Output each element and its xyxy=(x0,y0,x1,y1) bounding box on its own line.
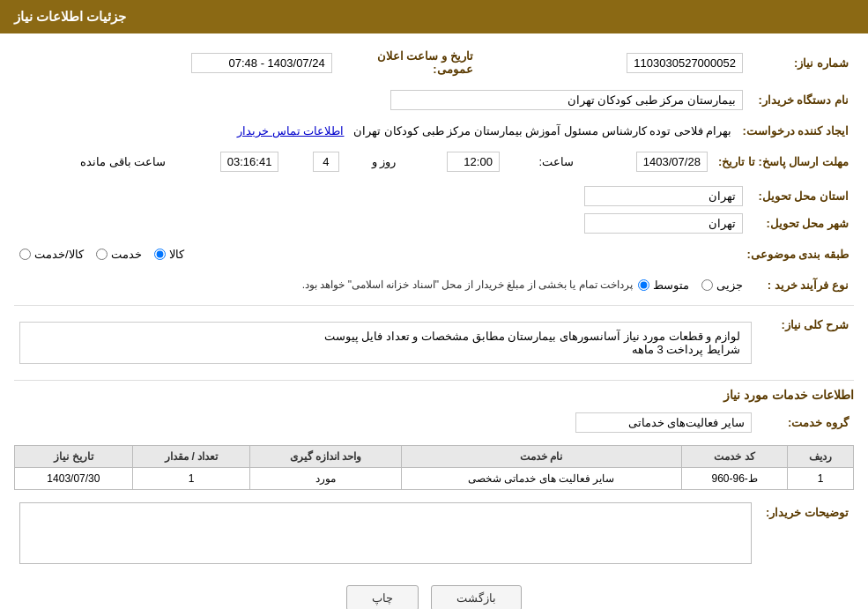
tabaqe-option-kala[interactable]: کالا xyxy=(154,248,184,261)
tabaqe-kala-label: کالا xyxy=(169,248,184,261)
shomara-value-cell: 1103030527000052 xyxy=(479,46,748,79)
info-table-goroh: گروه خدمت: سایر فعالیت‌های خدماتی xyxy=(14,409,854,436)
info-table-ijad: ایجاد کننده درخواست: بهرام فلاحی توده کا… xyxy=(14,121,854,141)
nooe-note: پرداخت تمام یا بخشی از مبلغ خریدار از مح… xyxy=(302,275,633,294)
col-nam: نام خدمت xyxy=(401,446,681,468)
nooe-cell: متوسط جزیی پرداخت تمام یا بخشی از مبلغ خ… xyxy=(14,271,748,298)
mohlat-remaining: 03:16:41 xyxy=(220,152,279,172)
nooe-radio-group: متوسط جزیی xyxy=(638,279,743,292)
nooe-label: نوع فرآیند خرید : xyxy=(748,271,854,298)
info-table-dastgah: نام دستگاه خریدار: بیمارستان مرکز طبی کو… xyxy=(14,86,854,114)
divider-1 xyxy=(14,305,854,306)
sharh-box: لوازم و قطعات مورد نیاز آسانسورهای بیمار… xyxy=(19,322,752,364)
dastgah-value: بیمارستان مرکز طبی کودکان تهران xyxy=(390,90,743,110)
col-kod: کد خدمت xyxy=(681,446,787,468)
shahr-label: شهر محل تحویل: xyxy=(748,210,854,237)
tozihat-label-cell: توضیحات خریدار: xyxy=(757,499,854,571)
mohlat-date: 1403/07/28 xyxy=(636,152,708,172)
mohlat-saat-label: ساعت: xyxy=(505,148,579,175)
info-table-top: شماره نیاز: 1103030527000052 تاریخ و ساع… xyxy=(14,46,854,79)
cell-radif: 1 xyxy=(788,468,854,490)
nooe-motavasset-radio[interactable] xyxy=(638,279,649,291)
sharh-value-cell: لوازم و قطعات مورد نیاز آسانسورهای بیمار… xyxy=(14,313,757,373)
shomara-value: 1103030527000052 xyxy=(627,53,743,73)
tozihat-label: توضیحات خریدار: xyxy=(766,506,849,519)
tozihat-value-cell xyxy=(14,499,757,571)
cell-vahed: مورد xyxy=(250,468,401,490)
sharh-label-cell: شرح کلی نیاز: xyxy=(757,313,854,373)
sharh-label: شرح کلی نیاز: xyxy=(781,318,849,331)
info-table-ostan: استان محل تحویل: تهران شهر محل تحویل: ته… xyxy=(14,182,854,237)
mohlat-saat-cell: 12:00 xyxy=(401,148,504,175)
mohlat-rooz-value: 4 xyxy=(313,152,339,172)
ijad-value-cell: بهرام فلاحی توده کارشناس مسئول آموزش بیم… xyxy=(14,121,737,141)
cell-nam: سایر فعالیت های خدماتی شخصی xyxy=(401,468,681,490)
tabaqe-kala-khadamat-label: کالا/خدمت xyxy=(34,248,84,261)
services-table: ردیف کد خدمت نام خدمت واحد اندازه گیری ت… xyxy=(14,445,854,490)
goroh-value: سایر فعالیت‌های خدماتی xyxy=(575,412,752,433)
col-vahed: واحد اندازه گیری xyxy=(250,446,401,468)
mohlat-saat: 12:00 xyxy=(447,152,500,172)
page-header: جزئیات اطلاعات نیاز xyxy=(0,0,868,33)
khadamat-section-title: اطلاعات خدمات مورد نیاز xyxy=(14,388,854,402)
ostan-value-cell: تهران xyxy=(14,182,748,210)
button-group: بازگشت چاپ xyxy=(14,585,854,609)
content-area: شماره نیاز: 1103030527000052 تاریخ و ساع… xyxy=(0,33,868,609)
info-table-nooe: نوع فرآیند خرید : متوسط جزیی xyxy=(14,271,854,298)
ostan-value: تهران xyxy=(584,186,743,206)
print-button[interactable]: چاپ xyxy=(346,585,419,609)
dastgah-value-cell: بیمارستان مرکز طبی کودکان تهران xyxy=(14,86,748,114)
mohlat-date-cell: 1403/07/28 xyxy=(579,148,713,175)
ijad-link[interactable]: اطلاعات تماس خریدار xyxy=(237,124,344,137)
ostan-label: استان محل تحویل: xyxy=(748,182,854,210)
tarikh-label: تاریخ و ساعت اعلان عمومی: xyxy=(338,46,479,79)
mohlat-label: مهلت ارسال پاسخ: تا تاریخ: xyxy=(713,148,854,175)
goroh-value-cell: سایر فعالیت‌های خدماتی xyxy=(14,409,757,436)
tarikh-value-cell: 1403/07/24 - 07:48 xyxy=(14,46,338,79)
tabaqe-kala-khadamat-radio[interactable] xyxy=(19,249,31,260)
info-table-sharh: شرح کلی نیاز: لوازم و قطعات مورد نیاز آس… xyxy=(14,313,854,373)
cell-tedad: 1 xyxy=(132,468,250,490)
info-table-tabaqe: طبقه بندی موضوعی: کالا/خدمت خدمت کالا xyxy=(14,244,854,264)
tabaqe-option-khadamat[interactable]: خدمت xyxy=(96,248,142,261)
tabaqe-option-kala-khadamat[interactable]: کالا/خدمت xyxy=(19,248,84,261)
mohlat-remaining-cell: 03:16:41 xyxy=(171,148,284,175)
nooe-motavasset-label: متوسط xyxy=(653,279,689,292)
col-tarikh: تاریخ نیاز xyxy=(15,446,133,468)
goroh-label: گروه خدمت: xyxy=(757,409,854,436)
tabaqe-radio-group: کالا/خدمت خدمت کالا xyxy=(19,248,736,261)
divider-2 xyxy=(14,380,854,381)
ijad-value: بهرام فلاحی توده کارشناس مسئول آموزش بیم… xyxy=(353,124,731,137)
tozihat-box xyxy=(19,502,752,564)
mohlat-remaining-label: ساعت باقی مانده xyxy=(14,148,171,175)
tabaqe-khadamat-radio[interactable] xyxy=(96,249,108,260)
shahr-value-cell: تهران xyxy=(14,210,748,237)
tabaqe-radio-cell: کالا/خدمت خدمت کالا xyxy=(14,244,741,264)
nooe-option-motavasset[interactable]: متوسط xyxy=(638,279,689,292)
shahr-value: تهران xyxy=(584,213,743,234)
tabaqe-label: طبقه بندی موضوعی: xyxy=(741,244,854,264)
cell-tarikh: 1403/07/30 xyxy=(15,468,133,490)
table-row: 1ط-96-960سایر فعالیت های خدماتی شخصیمورد… xyxy=(15,468,854,490)
nooe-row: متوسط جزیی پرداخت تمام یا بخشی از مبلغ خ… xyxy=(19,275,743,294)
ijad-label: ایجاد کننده درخواست: xyxy=(737,121,854,141)
mohlat-rooz: روز و xyxy=(345,148,402,175)
shomara-label: شماره نیاز: xyxy=(748,46,854,79)
nooe-option-jozii[interactable]: جزیی xyxy=(701,279,743,292)
col-radif: ردیف xyxy=(788,446,854,468)
nooe-jozii-radio[interactable] xyxy=(701,279,713,291)
dastgah-label: نام دستگاه خریدار: xyxy=(748,86,854,114)
page-title: جزئیات اطلاعات نیاز xyxy=(14,9,126,24)
tarikh-value: 1403/07/24 - 07:48 xyxy=(191,53,332,73)
info-table-mohlat: مهلت ارسال پاسخ: تا تاریخ: 1403/07/28 سا… xyxy=(14,148,854,175)
nooe-jozii-label: جزیی xyxy=(716,279,743,292)
col-tedad: تعداد / مقدار xyxy=(132,446,250,468)
info-table-tozihat: توضیحات خریدار: xyxy=(14,499,854,571)
sharh-value: لوازم و قطعات مورد نیاز آسانسورهای بیمار… xyxy=(324,330,740,356)
cell-kod: ط-96-960 xyxy=(681,468,787,490)
page-wrapper: جزئیات اطلاعات نیاز شماره نیاز: 11030305… xyxy=(0,0,868,609)
tabaqe-kala-radio[interactable] xyxy=(154,249,166,260)
tabaqe-khadamat-label: خدمت xyxy=(111,248,142,261)
mohlat-rooz-cell: 4 xyxy=(284,148,344,175)
back-button[interactable]: بازگشت xyxy=(431,585,522,609)
